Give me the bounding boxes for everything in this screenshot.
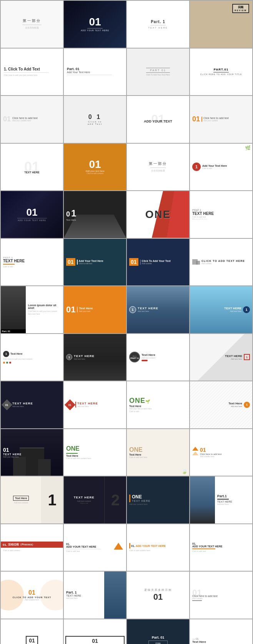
card-38-one: ONE xyxy=(66,445,124,452)
card-15[interactable]: 第一部分 点击添加标题 xyxy=(127,144,189,191)
card-40-num: 01 xyxy=(200,447,221,453)
card-14[interactable]: 01 Add your text here Click to edit cont… xyxy=(64,144,126,191)
card-36[interactable]: Text Here Add text here 1 xyxy=(190,381,252,428)
card-56[interactable]: — 01 Text Here Add text content here Cli… xyxy=(190,619,252,644)
card-34[interactable]: 01 TEXT HERE Add text here xyxy=(64,381,126,428)
card-3-num: Part. 1 xyxy=(148,20,168,24)
card-47[interactable]: 01. ADD YOUR TEXT HERE Click to add subt… xyxy=(127,524,189,571)
card-28-num: 1 xyxy=(245,308,247,312)
card-51-text: 逻辑关系多样示例 xyxy=(144,588,172,592)
card-18-text: Text Here xyxy=(66,219,124,221)
card-1-sub: 点击添加标题 xyxy=(22,26,42,30)
card-34-num: 01 xyxy=(68,403,72,406)
card-33[interactable]: 01 TEXT HERE Add text here xyxy=(1,381,63,428)
card-11[interactable]: 01 ADD YOUR TEXT xyxy=(127,96,189,143)
card-23-text: Click To Add Your Text xyxy=(142,260,171,262)
card-53[interactable]: 01 Add Your Text xyxy=(1,619,63,644)
card-20[interactable]: PRAT.1 TEXT HERE Click to add text Add y… xyxy=(190,191,252,238)
card-38-text: Text Here xyxy=(66,454,124,457)
card-43[interactable]: ONE TEXT HERE Add text content here xyxy=(127,476,189,523)
card-6[interactable]: Part. 01 Add Your Text Here xyxy=(64,49,126,96)
card-9-sub: Add your subtitle here xyxy=(12,119,38,122)
card-39[interactable]: ONE Text Here Click to add text here 🍃 xyxy=(127,429,189,476)
card-3[interactable]: Part. 1 TEXT HERE xyxy=(127,1,189,48)
card-54[interactable]: 01 YOUR TEXT HERE xyxy=(64,619,126,644)
card-33-num: 01 xyxy=(5,403,8,406)
card-38[interactable]: ONE Text Here Click to add text content … xyxy=(64,429,126,476)
card-42[interactable]: TEXT HERE Add text content Click to edit… xyxy=(64,476,126,523)
card-7[interactable]: PART 01 Click To Add Your Text Here xyxy=(127,49,189,96)
card-5[interactable]: 1. Click To Add Text Click here to add y… xyxy=(1,49,63,96)
card-24[interactable]: CLICK TO ADD TEXT HERE Add subtitle xyxy=(190,239,252,286)
card-16-text: Add Your Text Here xyxy=(202,164,227,167)
card-52-text: Click here to add text xyxy=(192,595,250,597)
card-16[interactable]: 1 Add Your Text Here Click to edit 🌿 xyxy=(190,144,252,191)
card-53-num: 01 xyxy=(26,636,38,644)
card-33-text: TEXT HERE xyxy=(12,402,33,405)
card-25[interactable]: Part. 01 Lorem ipsum dolor sit amet Clic… xyxy=(1,286,63,333)
card-18-num: 01 xyxy=(66,208,124,219)
card-19[interactable]: ONE xyxy=(127,191,189,238)
card-17[interactable]: 01 ADD YOUR TEXT HERE xyxy=(1,191,63,238)
card-50-part: Part. 1 xyxy=(66,590,102,594)
card-12[interactable]: 01 Click here to add text Add your subti… xyxy=(190,96,252,143)
card-28-text: TEXT HERE xyxy=(224,307,241,310)
card-9[interactable]: 01 Click here to add text Add your subti… xyxy=(1,96,63,143)
card-18[interactable]: 01 Text Here xyxy=(64,191,126,238)
card-52[interactable]: 01 Click here to add text Add subtitle xyxy=(190,572,252,619)
card-55[interactable]: Part. 01 回顾 REVIEW xyxy=(127,619,189,644)
card-28[interactable]: TEXT HERE Add text here 1 xyxy=(190,286,252,333)
card-42-text: TEXT HERE xyxy=(74,496,95,499)
card-51[interactable]: 逻辑关系多样示例 01 xyxy=(127,572,189,619)
card-44[interactable]: Part.1 TEXT HERE Add text here xyxy=(190,476,252,523)
card-37[interactable]: 01 TEXT HERE Add your text here xyxy=(1,429,63,476)
card-13[interactable]: 01 TEXT HERE xyxy=(1,144,63,191)
card-39-text: Text Here xyxy=(129,453,187,456)
card-45[interactable]: 01. 活动过程（Process） Click to add content xyxy=(1,524,63,571)
card-48[interactable]: 01. ADD YOUR TEXT HERE Click to add text xyxy=(190,524,252,571)
card-9-num: 01 xyxy=(3,115,11,123)
card-12-num: 01 xyxy=(192,115,200,123)
card-4[interactable]: 回顾 REVIEW xyxy=(190,1,252,48)
card-22-text: Add Your Text Here xyxy=(79,260,103,262)
card-25-part: Part. 01 xyxy=(2,330,25,332)
card-49[interactable]: 01 CLICK TO ADD YOUR TEXT Add subtitle h… xyxy=(1,572,63,619)
card-31-parta: PART A xyxy=(130,357,139,359)
card-31[interactable]: this is PART A Text Here Add text conten… xyxy=(127,334,189,381)
card-32[interactable]: TEXT HERE Add text here 1 xyxy=(190,334,252,381)
card-2[interactable]: 01 ADD YOUR TEXT HERE xyxy=(64,1,126,48)
card-44-part: Part.1 xyxy=(217,494,250,498)
card-21[interactable]: PRAT.1 TEXT HERE Click to edit xyxy=(1,239,63,286)
card-54-num: 01 xyxy=(69,638,121,644)
card-7-text: Click To Add Your Text Here xyxy=(146,74,170,76)
card-36-num: 1 xyxy=(246,403,248,406)
card-29[interactable]: 1 Text Here Click here to add your text … xyxy=(1,334,63,381)
card-grid: 第一部分 点击添加标题 01 ADD YOUR TEXT HERE Part. … xyxy=(0,0,253,644)
card-40[interactable]: 01 Click here to add text Add subtitle h… xyxy=(190,429,252,476)
card-34-text: TEXT HERE xyxy=(77,402,98,405)
card-35-one: ONE🌱 xyxy=(129,397,187,404)
card-55-ch: 回顾 xyxy=(152,642,164,644)
card-37-num: 01 xyxy=(3,447,61,453)
card-35-text: Text Here xyxy=(129,405,187,408)
card-30[interactable]: 1 TEXT HERE Add text here xyxy=(64,334,126,381)
card-50[interactable]: Part. 1 TEXT HERE Add text here xyxy=(64,572,126,619)
card-37-text: TEXT HERE xyxy=(3,453,61,456)
card-15-title: 第一部分 xyxy=(149,161,167,166)
card-22[interactable]: 01 Add Your Text Here Click to edit text xyxy=(64,239,126,286)
card-10[interactable]: 0 1 Click toadd Text xyxy=(64,96,126,143)
card-43-one: ONE xyxy=(132,494,150,500)
card-20-prat: PRAT.1 xyxy=(192,209,250,211)
card-55-part: Part. 01 xyxy=(148,636,168,639)
card-1[interactable]: 第一部分 点击添加标题 xyxy=(1,1,63,48)
card-27[interactable]: 1 TEXT HERE Add text here xyxy=(127,286,189,333)
card-36-text: Text Here xyxy=(228,402,242,405)
card-41[interactable]: Text Here Add text content 1 xyxy=(1,476,63,523)
card-26[interactable]: 01 Text Here Add your text xyxy=(64,286,126,333)
card-23[interactable]: 01 Click To Add Your Text Add subtitle xyxy=(127,239,189,286)
card-46[interactable]: 01. ADD YOUR TEXT HERE Click to add text xyxy=(64,524,126,571)
card-8[interactable]: PART.01 CLICK HERE TO ADD YOUR TITLE xyxy=(190,49,252,96)
card-35[interactable]: ONE🌱 Text Here Add your text content her… xyxy=(127,381,189,428)
card-6-text: Add Your Text Here xyxy=(67,71,123,74)
card-30-text: TEXT HERE xyxy=(74,354,95,358)
